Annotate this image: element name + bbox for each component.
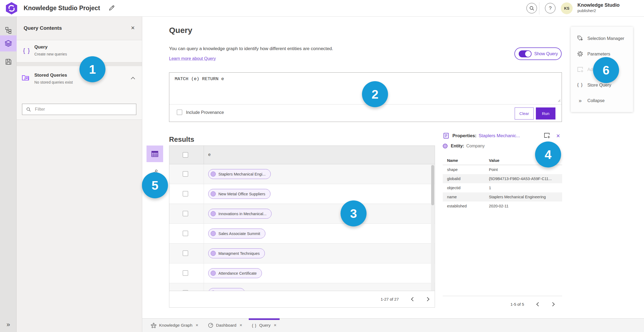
toggle-switch[interactable] — [519, 50, 532, 57]
menu-item-collapse[interactable]: » Collapse — [571, 93, 633, 108]
page-title: Knowledge Studio Project — [24, 5, 100, 12]
entity-dot-icon — [211, 251, 216, 256]
property-row: nameStaplers Mechanical Engineering — [443, 192, 562, 202]
stored-queries-folder-icon — [21, 73, 30, 83]
include-provenance-checkbox[interactable] — [177, 110, 182, 115]
menu-item-selection-manager[interactable]: Selection Manager — [571, 31, 633, 46]
entity-chip[interactable]: Attendance Certificate — [208, 268, 262, 278]
braces-icon: { } — [577, 82, 584, 88]
entity-chip[interactable]: Sales Associate Summit — [208, 229, 265, 238]
query-section-title: Query — [169, 26, 192, 35]
close-tab-icon[interactable]: × — [274, 323, 276, 328]
stored-queries-subtitle: No stored queries exist — [34, 80, 73, 84]
panel-header: Query Contents × — [17, 17, 142, 40]
annotation-callout-3: 3 — [341, 200, 367, 226]
user-name: Knowledge Studio — [577, 2, 620, 8]
row-checkbox[interactable] — [183, 270, 188, 276]
entity-dot-icon — [211, 231, 216, 236]
entity-dot-icon — [211, 271, 216, 276]
properties-entity-link[interactable]: Staplers Mechanic... — [479, 133, 520, 139]
previous-page-icon[interactable] — [536, 302, 541, 307]
show-query-label: Show Query — [534, 51, 558, 56]
table-view-button[interactable] — [147, 146, 163, 162]
clear-button[interactable]: Clear — [515, 107, 534, 120]
main-content: Query You can query a knowledge graph to… — [142, 17, 644, 318]
scrollbar-thumb[interactable] — [431, 165, 434, 205]
save-icon[interactable] — [0, 54, 17, 70]
entity-type-dot-icon — [443, 144, 448, 148]
annotation-callout-6: 6 — [593, 57, 619, 83]
app-logo-icon[interactable] — [5, 2, 18, 15]
row-checkbox[interactable] — [183, 171, 188, 177]
tab-knowledge-graph[interactable]: Knowledge Graph × — [146, 319, 203, 332]
close-properties-icon[interactable]: × — [556, 132, 560, 140]
query-list-item[interactable]: { } Query Create new queries — [17, 40, 142, 62]
close-tab-icon[interactable]: × — [240, 323, 242, 328]
add-to-new-icon[interactable] — [544, 132, 550, 140]
braces-icon: { } — [252, 323, 257, 328]
entity-dot-icon — [211, 211, 216, 216]
query-description: You can query a knowledge graph to ident… — [169, 46, 333, 51]
property-row: established2020-02-11 — [443, 202, 562, 211]
annotation-callout-2: 2 — [362, 81, 388, 107]
entity-chip[interactable]: New Metal Office Suppliers — [208, 189, 270, 199]
expand-rail-icon[interactable]: » — [0, 321, 17, 328]
resize-grip-icon[interactable] — [558, 98, 561, 103]
table-row: Managment Techniques — [169, 244, 435, 263]
filter-input[interactable] — [35, 107, 136, 112]
row-checkbox[interactable] — [183, 231, 188, 236]
column-header-e: e — [208, 152, 211, 157]
entity-dot-icon — [211, 171, 216, 177]
table-scrollbar[interactable] — [431, 165, 434, 291]
tab-dashboard[interactable]: Dashboard × — [203, 319, 247, 332]
annotation-callout-5: 5 — [142, 172, 168, 198]
column-divider — [204, 146, 204, 164]
entity-chip[interactable]: Staplers Mechanical Engi... — [208, 169, 271, 179]
results-table: e Staplers Mechanical Engi... New Metal … — [169, 146, 435, 308]
select-all-checkbox[interactable] — [183, 152, 188, 158]
header-divider — [539, 2, 539, 14]
row-checkbox[interactable] — [183, 191, 188, 196]
edit-title-icon[interactable] — [108, 4, 116, 12]
show-query-toggle[interactable]: Show Query — [514, 47, 562, 60]
tab-query[interactable]: { } Query × — [247, 319, 281, 332]
learn-more-link[interactable]: Learn more about Query — [169, 56, 216, 61]
table-icon — [151, 151, 158, 157]
search-button[interactable] — [526, 3, 537, 13]
annotation-callout-4: 4 — [535, 141, 561, 167]
entity-label: Entity: — [451, 144, 464, 148]
include-provenance-label: Include Provenance — [186, 110, 224, 115]
layers-icon[interactable] — [0, 35, 17, 51]
query-footer: Include Provenance Clear Run — [169, 105, 562, 122]
user-info[interactable]: Knowledge Studio publisher2 — [577, 2, 620, 13]
close-tab-icon[interactable]: × — [196, 323, 198, 328]
filter-field[interactable] — [22, 104, 136, 115]
run-button[interactable]: Run — [536, 107, 555, 120]
bottom-tab-bar: Knowledge Graph × Dashboard × { } Query … — [142, 318, 644, 332]
next-page-icon[interactable] — [551, 302, 555, 307]
row-checkbox[interactable] — [183, 251, 188, 256]
collapse-section-icon[interactable] — [131, 77, 135, 81]
properties-label: Properties: — [452, 133, 477, 139]
properties-pagination: 1-5 of 5 — [443, 296, 562, 312]
table-row: New Metal Office Suppliers — [169, 184, 435, 204]
user-avatar[interactable]: KS — [561, 2, 573, 14]
table-row: Attendance Certificate — [169, 263, 435, 283]
stored-queries-title: Stored Queries — [34, 73, 67, 78]
results-pagination: 1-27 of 27 — [169, 291, 435, 307]
help-button[interactable]: ? — [545, 3, 555, 13]
left-icon-rail: » — [0, 17, 17, 332]
properties-page-range: 1-5 of 5 — [510, 302, 524, 307]
entity-chip[interactable]: Innovations in Mechanical... — [208, 209, 272, 219]
braces-icon: { } — [23, 47, 30, 54]
table-row: Innovations in Mechanical... — [169, 204, 435, 224]
user-role: publisher2 — [577, 8, 620, 13]
entity-value: Company — [466, 144, 485, 148]
next-page-icon[interactable] — [425, 297, 430, 301]
previous-page-icon[interactable] — [411, 297, 415, 301]
row-checkbox[interactable] — [183, 211, 188, 216]
close-panel-icon[interactable]: × — [129, 24, 137, 32]
entity-chip[interactable]: Managment Techniques — [208, 248, 265, 258]
dashboard-gauge-icon — [208, 323, 213, 328]
panel-gap — [17, 62, 142, 66]
